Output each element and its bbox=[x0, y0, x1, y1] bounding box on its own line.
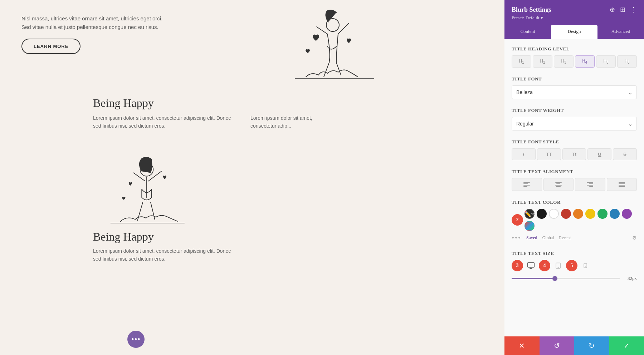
tab-advanced[interactable]: Advanced bbox=[597, 25, 644, 39]
heading-h3-button[interactable]: H3 bbox=[554, 55, 574, 68]
color-swatch-white[interactable] bbox=[549, 209, 559, 219]
partial-desc: Lorem ipsum dolor sit amet, consectetur … bbox=[250, 114, 322, 130]
svg-rect-13 bbox=[528, 263, 534, 267]
color-swatch-pencil[interactable]: ✏️ bbox=[525, 209, 535, 219]
color-tab-recent[interactable]: Recent bbox=[559, 235, 571, 241]
title-text-alignment-buttons bbox=[512, 178, 637, 191]
main-content: Nisl massa, ultrices vitae ornare sit am… bbox=[0, 0, 504, 355]
svg-line-5 bbox=[336, 63, 341, 75]
heading-h2-button[interactable]: H2 bbox=[533, 55, 552, 68]
panel-header-icons: ⊕ ⊞ ⋮ bbox=[610, 6, 637, 14]
font-style-uppercase-button[interactable]: TT bbox=[537, 148, 561, 160]
section1-desc: Lorem ipsum dolor sit amet, consectetur … bbox=[93, 114, 236, 130]
color-swatch-purple[interactable] bbox=[622, 209, 632, 219]
floating-menu-button[interactable]: ••• bbox=[127, 331, 145, 348]
font-style-strikethrough-button[interactable]: S bbox=[613, 148, 637, 160]
panel-icon-more[interactable]: ⋮ bbox=[630, 6, 637, 14]
font-style-underline-button[interactable]: U bbox=[587, 148, 611, 160]
title-font-style-buttons: I TT Tt U S bbox=[512, 148, 637, 160]
step-4-indicator: 4 bbox=[539, 260, 550, 271]
title-font-weight-select-wrapper: Regular bbox=[512, 117, 637, 130]
color-swatch-red[interactable] bbox=[561, 209, 571, 219]
align-right-button[interactable] bbox=[575, 178, 605, 191]
redo-button[interactable]: ↻ bbox=[574, 336, 609, 355]
title-font-select[interactable]: Belleza bbox=[512, 85, 637, 99]
align-justify-button[interactable] bbox=[607, 178, 637, 191]
color-swatch-orange[interactable] bbox=[573, 209, 583, 219]
heading-h6-button[interactable]: H6 bbox=[617, 55, 637, 68]
illustration-bottom bbox=[93, 152, 200, 230]
color-swatch-green[interactable] bbox=[597, 209, 608, 219]
title-text-alignment-section: Title Text Alignment bbox=[512, 169, 637, 191]
svg-point-19 bbox=[585, 267, 585, 267]
panel-body: Title Heading Level H1 H2 H3 H4 H5 H6 Ti… bbox=[504, 39, 644, 336]
panel-icon-columns[interactable]: ⊞ bbox=[620, 6, 625, 14]
title-font-label: Title Font bbox=[512, 76, 637, 82]
color-swatch-black[interactable] bbox=[537, 209, 547, 219]
align-center-icon bbox=[555, 182, 562, 187]
panel-tabs: Content Design Advanced bbox=[504, 25, 644, 39]
cancel-button[interactable]: ✕ bbox=[504, 336, 540, 355]
tab-design[interactable]: Design bbox=[551, 25, 597, 39]
panel-icon-target[interactable]: ⊕ bbox=[610, 6, 615, 14]
color-swatch-gradient[interactable] bbox=[525, 221, 535, 231]
title-font-weight-section: Title Font Weight Regular bbox=[512, 108, 637, 130]
heading-h5-button[interactable]: H5 bbox=[596, 55, 616, 68]
title-text-size-section: Title Text Size 3 4 bbox=[512, 251, 637, 281]
tab-content[interactable]: Content bbox=[504, 25, 551, 39]
heading-h4-button[interactable]: H4 bbox=[575, 55, 595, 68]
section1-title: Being Happy bbox=[93, 97, 483, 110]
undo-button[interactable]: ↺ bbox=[540, 336, 575, 355]
size-slider-thumb[interactable] bbox=[552, 276, 557, 281]
panel-preset[interactable]: Preset: Default ▾ bbox=[512, 15, 637, 21]
illustration-top bbox=[274, 7, 388, 86]
heading-buttons: H1 H2 H3 H4 H5 H6 bbox=[512, 55, 637, 68]
title-text-size-label: Title Text Size bbox=[512, 251, 637, 256]
color-swatch-yellow[interactable] bbox=[585, 209, 595, 219]
size-value-display: 32px bbox=[624, 276, 637, 281]
size-slider-row: 32px bbox=[512, 276, 637, 281]
color-swatch-blue[interactable] bbox=[610, 209, 620, 219]
tablet-icon[interactable] bbox=[552, 260, 564, 271]
svg-line-4 bbox=[324, 63, 329, 77]
svg-line-2 bbox=[317, 27, 327, 34]
title-text-color-section: Title Text Color 2 ✏️ •• bbox=[512, 199, 637, 242]
title-heading-level-section: Title Heading Level H1 H2 H3 H4 H5 H6 bbox=[512, 46, 637, 68]
title-font-style-section: Title Font Style I TT Tt U S bbox=[512, 139, 637, 160]
align-center-button[interactable] bbox=[543, 178, 574, 191]
color-settings-icon[interactable]: ⚙ bbox=[632, 235, 637, 241]
align-left-icon bbox=[523, 182, 530, 187]
align-left-button[interactable] bbox=[512, 178, 542, 191]
heading-h1-button[interactable]: H1 bbox=[512, 55, 531, 68]
font-style-titlecase-button[interactable]: Tt bbox=[562, 148, 586, 160]
body-text: Nisl massa, ultrices vitae ornare sit am… bbox=[21, 14, 165, 31]
title-font-select-wrapper: Belleza bbox=[512, 85, 637, 99]
title-text-alignment-label: Title Text Alignment bbox=[512, 169, 637, 174]
color-tab-saved[interactable]: Saved bbox=[526, 235, 537, 241]
learn-more-button[interactable]: LEARN MORE bbox=[21, 39, 80, 54]
align-justify-icon bbox=[619, 182, 625, 187]
title-font-weight-select[interactable]: Regular bbox=[512, 117, 637, 130]
font-style-italic-button[interactable]: I bbox=[512, 148, 536, 160]
align-right-icon bbox=[587, 182, 593, 187]
title-font-section: Title Font Belleza bbox=[512, 76, 637, 99]
color-dots: ••• bbox=[512, 234, 521, 242]
svg-line-9 bbox=[133, 173, 145, 181]
color-tab-global[interactable]: Global bbox=[542, 235, 554, 241]
size-slider-track[interactable] bbox=[512, 278, 620, 279]
svg-line-3 bbox=[338, 23, 349, 34]
section2-desc: Lorem ipsum dolor sit amet, consectetur … bbox=[93, 247, 236, 263]
phone-icon[interactable] bbox=[580, 260, 591, 271]
save-button[interactable]: ✓ bbox=[609, 336, 644, 355]
panel-header: Blurb Settings ⊕ ⊞ ⋮ Preset: Default ▾ bbox=[504, 0, 644, 25]
section2-title: Being Happy bbox=[93, 230, 483, 243]
size-slider-fill bbox=[512, 278, 555, 279]
step-5-indicator: 5 bbox=[566, 260, 577, 271]
floating-menu-icon: ••• bbox=[131, 335, 141, 344]
panel-title: Blurb Settings bbox=[512, 6, 551, 14]
device-row: 3 4 5 bbox=[512, 260, 637, 271]
monitor-icon[interactable] bbox=[525, 260, 537, 271]
panel-footer: ✕ ↺ ↻ ✓ bbox=[504, 336, 644, 355]
step-3-indicator: 3 bbox=[512, 260, 523, 271]
color-swatches: ✏️ bbox=[525, 209, 637, 231]
